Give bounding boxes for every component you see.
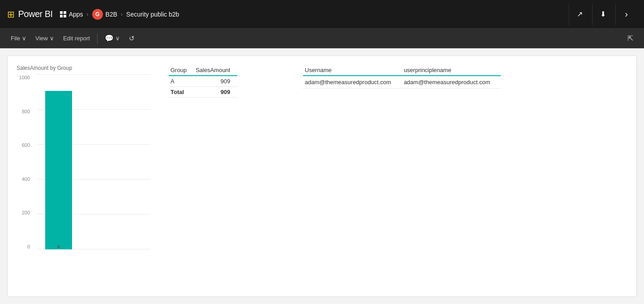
user-table: Username userprinciplename adam@themeasu…: [303, 65, 501, 89]
breadcrumb-b2b[interactable]: G B2B: [92, 9, 117, 20]
bar-chart-container: SalesAmount by Group 0 200 400 600 800 1…: [17, 65, 151, 287]
chart-title: SalesAmount by Group: [17, 65, 151, 71]
cell-group-a: A: [169, 76, 194, 87]
chart-y-axis: 0 200 400 600 800 1000: [17, 75, 34, 249]
secondary-nav: File ∨ View ∨ Edit report 💬 ∨ ↺ ⇱: [0, 29, 644, 48]
x-labels: A: [36, 244, 151, 249]
cell-username: adam@themeasuredproduct.com: [303, 76, 402, 89]
col-sales-amount[interactable]: SalesAmount: [194, 65, 237, 76]
file-chevron-icon: ∨: [22, 35, 26, 42]
bar-a[interactable]: [45, 91, 72, 250]
main-content: SalesAmount by Group 0 200 400 600 800 1…: [0, 48, 644, 304]
nav-divider: [97, 33, 98, 44]
col-group[interactable]: Group: [169, 65, 194, 76]
view-label: View: [35, 35, 48, 42]
share-button[interactable]: ⇱: [624, 32, 637, 44]
sales-table: Group SalesAmount A 909 Total 909: [169, 65, 237, 98]
bar-chart-bars: [36, 75, 151, 249]
x-label-a: A: [45, 244, 72, 249]
cell-total-amount: 909: [194, 87, 237, 98]
y-label-800: 800: [17, 109, 30, 114]
total-row: Total 909: [169, 87, 237, 98]
chart-area: 0 200 400 600 800 1000: [17, 75, 151, 263]
comment-icon: 💬: [105, 34, 114, 43]
edit-report-label: Edit report: [63, 35, 90, 42]
cell-upn: adam@themeasuredproduct.com: [402, 76, 501, 89]
cell-total-label: Total: [169, 87, 194, 98]
download-button[interactable]: ⬇: [592, 4, 614, 25]
user-table-container: Username userprinciplename adam@themeasu…: [303, 65, 501, 287]
share-icon: ⇱: [627, 34, 633, 43]
y-label-600: 600: [17, 142, 30, 148]
b2b-badge: G: [92, 9, 103, 20]
cell-amount-a: 909: [194, 76, 237, 87]
y-label-400: 400: [17, 176, 30, 182]
refresh-icon: ↺: [129, 34, 135, 43]
apps-grid-icon: [60, 11, 66, 17]
edit-report-button[interactable]: Edit report: [60, 33, 94, 43]
download-icon: ⬇: [600, 10, 606, 18]
col-upn[interactable]: userprinciplename: [402, 65, 501, 76]
y-label-200: 200: [17, 210, 30, 215]
chart-plot: A: [36, 75, 151, 249]
breadcrumb-sep-2: ›: [121, 11, 123, 17]
expand-icon: ↗: [577, 10, 583, 18]
file-menu-button[interactable]: File ∨: [7, 33, 30, 43]
power-bi-logo: ⊞ Power BI: [7, 9, 53, 20]
top-nav: ⊞ Power BI Apps › G B2B › Security publi…: [0, 0, 644, 29]
user-table-row: adam@themeasuredproduct.com adam@themeas…: [303, 76, 501, 89]
sec-nav-right: ⇱: [624, 32, 637, 44]
breadcrumb-apps-label: Apps: [69, 11, 83, 18]
breadcrumb-report-label: Security public b2b: [126, 11, 179, 18]
power-bi-logo-icon: ⊞: [7, 9, 15, 20]
sales-table-container: Group SalesAmount A 909 Total 909: [169, 65, 267, 287]
nav-right-buttons: ↗ ⬇ ›: [569, 4, 637, 25]
col-username[interactable]: Username: [303, 65, 402, 76]
more-icon: ›: [625, 9, 628, 19]
y-label-1000: 1000: [17, 75, 30, 80]
breadcrumb-b2b-label: B2B: [106, 11, 117, 18]
report-canvas: SalesAmount by Group 0 200 400 600 800 1…: [7, 56, 637, 297]
breadcrumb-sep-1: ›: [87, 11, 89, 17]
comment-button[interactable]: 💬 ∨: [101, 32, 124, 44]
power-bi-title: Power BI: [18, 9, 53, 19]
breadcrumb-apps[interactable]: Apps: [60, 11, 83, 18]
more-button[interactable]: ›: [615, 4, 637, 25]
refresh-button[interactable]: ↺: [125, 33, 138, 44]
table-row: A 909: [169, 76, 237, 87]
expand-button[interactable]: ↗: [569, 4, 590, 25]
file-label: File: [11, 35, 20, 42]
view-chevron-icon: ∨: [50, 35, 54, 42]
y-label-0: 0: [17, 244, 30, 249]
view-menu-button[interactable]: View ∨: [32, 33, 58, 43]
breadcrumb: Apps › G B2B › Security public b2b: [60, 9, 179, 20]
comment-chevron-icon: ∨: [115, 35, 120, 42]
